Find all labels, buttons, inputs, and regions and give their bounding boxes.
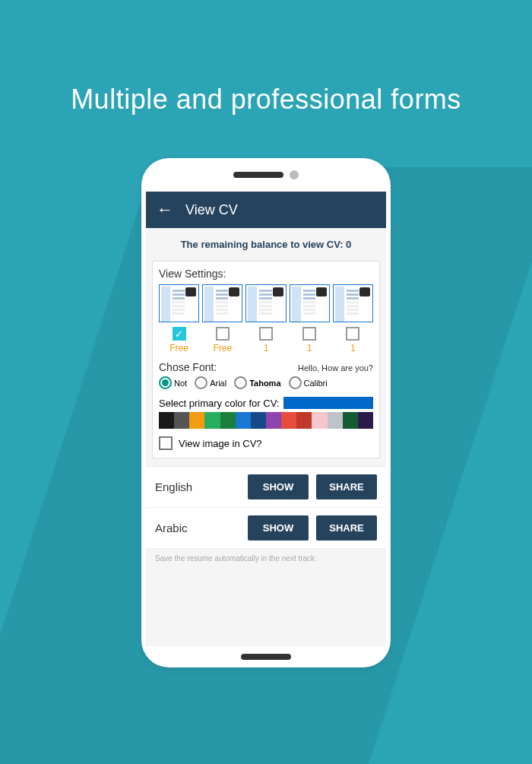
show-button[interactable]: SHOW [248, 474, 309, 499]
color-swatch[interactable] [296, 412, 312, 429]
color-swatch[interactable] [266, 412, 281, 429]
template-cost: 1 [350, 343, 356, 353]
balance-text: The remaining balance to view CV: 0 [146, 228, 386, 258]
share-button[interactable]: SHARE [316, 515, 377, 541]
color-swatch[interactable] [159, 412, 174, 429]
radio-icon[interactable] [159, 376, 172, 389]
color-swatch[interactable] [251, 412, 266, 429]
color-swatch[interactable] [312, 412, 327, 429]
language-name: English [155, 480, 240, 493]
back-arrow-icon[interactable]: ← [157, 200, 173, 220]
language-block: EnglishSHOWSHAREArabicSHOWSHARE [146, 466, 386, 549]
color-row: Select primary color for CV: [159, 397, 373, 409]
radio-icon[interactable] [195, 376, 207, 389]
template-cost: Free [213, 343, 232, 353]
template-option[interactable]: 1 [333, 284, 373, 353]
color-swatch[interactable] [358, 412, 373, 429]
color-swatch[interactable] [174, 412, 189, 429]
checkbox-icon[interactable] [346, 327, 359, 341]
template-list: ✓FreeFree111 [159, 284, 373, 353]
language-row: ArabicSHOWSHARE [146, 508, 386, 549]
template-thumb-icon [245, 284, 286, 322]
template-option[interactable]: 1 [290, 284, 330, 353]
home-bar-icon [241, 654, 291, 660]
color-swatch[interactable] [343, 412, 358, 429]
current-color-swatch [283, 397, 373, 409]
show-button[interactable]: SHOW [248, 515, 309, 541]
font-preview: Hello, How are you? [298, 363, 373, 372]
image-check-row[interactable]: View image in CV? [159, 436, 373, 450]
template-cost: Free [169, 343, 188, 353]
color-swatches [159, 412, 373, 429]
share-button[interactable]: SHARE [316, 474, 377, 499]
color-swatch[interactable] [204, 412, 220, 429]
headline: Multiple and professional forms [0, 0, 532, 116]
template-option[interactable]: Free [202, 284, 242, 353]
radio-label: Tahoma [249, 379, 280, 388]
template-thumb-icon [202, 284, 242, 322]
language-row: EnglishSHOWSHARE [146, 467, 386, 508]
template-option[interactable]: ✓Free [159, 284, 199, 353]
appbar-title: View CV [185, 202, 238, 218]
template-thumb-icon [290, 284, 330, 322]
template-option[interactable]: 1 [245, 284, 286, 353]
speaker-icon [233, 172, 283, 178]
color-swatch[interactable] [236, 412, 251, 429]
screen: ← View CV The remaining balance to view … [146, 192, 386, 646]
color-swatch[interactable] [220, 412, 236, 429]
template-thumb-icon [159, 284, 199, 322]
radio-icon[interactable] [234, 376, 247, 389]
view-settings-label: View Settings: [159, 268, 373, 280]
font-header: Chose Font: Hello, How are you? [159, 361, 373, 373]
view-settings-card: View Settings: ✓FreeFree111 Chose Font: … [152, 261, 380, 458]
radio-label: Not [174, 379, 187, 388]
checkbox-icon[interactable] [302, 327, 316, 341]
font-radio[interactable]: Tahoma [234, 376, 280, 389]
font-radio[interactable]: Calibri [289, 376, 328, 389]
template-cost: 1 [307, 343, 312, 353]
template-thumb-icon [333, 284, 373, 322]
font-radios: NotArialTahomaCalibri [159, 376, 373, 389]
footnote: Save the resume automatically in the nex… [146, 549, 386, 563]
color-swatch[interactable] [281, 412, 296, 429]
radio-icon[interactable] [289, 376, 302, 389]
radio-label: Calibri [304, 379, 328, 388]
phone-bottom [141, 646, 391, 667]
checkbox-icon[interactable] [259, 327, 273, 341]
phone-frame: ← View CV The remaining balance to view … [141, 158, 391, 667]
font-radio[interactable]: Arial [195, 376, 226, 389]
appbar: ← View CV [146, 192, 386, 228]
font-label: Chose Font: [159, 361, 217, 373]
radio-label: Arial [210, 379, 226, 388]
check-icon[interactable]: ✓ [173, 327, 186, 341]
image-check-label: View image in CV? [179, 438, 262, 449]
color-swatch[interactable] [328, 412, 343, 429]
language-name: Arabic [155, 521, 240, 534]
template-cost: 1 [264, 343, 269, 353]
color-swatch[interactable] [189, 412, 204, 429]
phone-top [141, 158, 391, 192]
checkbox-icon[interactable] [216, 327, 230, 341]
camera-icon [290, 170, 299, 179]
checkbox-icon[interactable] [159, 436, 173, 450]
color-label: Select primary color for CV: [159, 398, 279, 409]
font-radio[interactable]: Not [159, 376, 187, 389]
